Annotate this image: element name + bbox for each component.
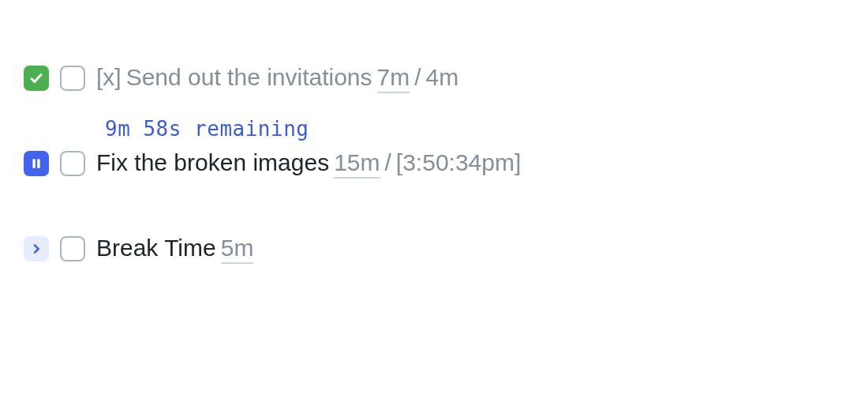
pause-icon[interactable] [24,151,49,176]
task-checkbox[interactable] [60,66,85,91]
task-timestamp: [3:50:34pm] [396,149,521,177]
remaining-time-label: 9m 58s remaining [105,117,309,141]
task-title[interactable]: Break Time [96,234,216,262]
svg-rect-1 [37,159,40,168]
task-checkbox[interactable] [60,151,85,176]
task-checkbox[interactable] [60,236,85,261]
chevron-right-icon[interactable] [24,236,49,261]
task-actual: 4m [426,63,459,92]
svg-rect-0 [32,159,36,168]
task-row: 9m 58s remaining Fix the broken images 1… [24,149,844,179]
task-estimate[interactable]: 5m [221,234,254,264]
task-content: Fix the broken images 15m / [3:50:34pm] [96,149,521,179]
task-row: Break Time 5m [24,234,844,264]
task-estimate[interactable]: 15m [334,149,380,179]
task-title[interactable]: Fix the broken images [96,149,329,177]
time-separator: / [385,149,391,177]
task-title[interactable]: Send out the invitations [126,63,372,92]
task-list: [x] Send out the invitations 7m / 4m 9m … [24,63,844,264]
done-marker: [x] [96,63,122,92]
time-separator: / [414,63,421,92]
task-content: [x] Send out the invitations 7m / 4m [96,63,458,93]
checkmark-icon[interactable] [24,66,49,91]
task-estimate[interactable]: 7m [377,63,410,93]
task-content: Break Time 5m [96,234,253,264]
task-row: [x] Send out the invitations 7m / 4m [24,63,844,93]
